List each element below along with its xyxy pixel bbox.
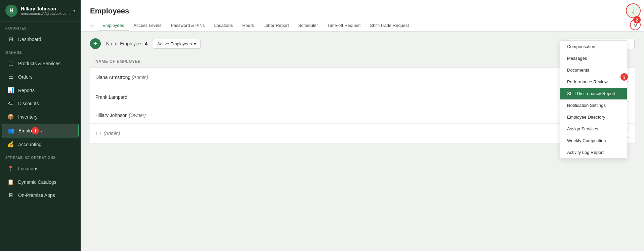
sidebar-item-label: Products & Services xyxy=(18,61,60,66)
reports-icon: 📊 xyxy=(7,87,14,93)
main-content: Employees ☆ EmployeesAccess LevelsPasswo… xyxy=(81,0,644,251)
tab-locations[interactable]: Locations xyxy=(210,20,238,31)
step2-circle-badge[interactable]: ⊙ xyxy=(630,19,641,30)
sidebar-item-label: Orders xyxy=(18,74,33,80)
employee-count-label: No. of Employee : 4 xyxy=(106,41,147,46)
dropdown-item-messages[interactable]: Messages xyxy=(560,52,627,64)
dropdown-item-notification-settings[interactable]: Notification Settings xyxy=(560,99,627,111)
dynamic-catalogs-icon: 📋 xyxy=(7,179,14,185)
sidebar-item-label: Accounting xyxy=(18,142,41,147)
tab-time-off-request[interactable]: Time-off Request xyxy=(323,20,365,31)
employee-role: (Admin) xyxy=(130,75,148,80)
name-column-header: NAME OF EMPLOYEE xyxy=(90,56,425,68)
user-chevron-icon: ▾ xyxy=(73,8,75,13)
sidebar-item-accounting[interactable]: 💰Accounting xyxy=(2,138,79,151)
favorite-star-icon[interactable]: ☆ xyxy=(90,23,94,29)
table-row: T T (Admin)Active▾ xyxy=(90,124,635,143)
content-toolbar: + No. of Employee : 4 Active Employees ▾ xyxy=(90,38,635,49)
dropdown-item-compensation[interactable]: Compensation xyxy=(560,41,627,52)
tab-hours[interactable]: Hours xyxy=(238,20,259,31)
dropdown-item-performance-review[interactable]: Performance Review xyxy=(560,76,627,88)
dropdown-item-activity-log-report[interactable]: Activity Log Report xyxy=(560,147,627,158)
sidebar-section-label: STREAMLINE OPERATIONS xyxy=(0,151,81,162)
tab-password-pins[interactable]: Password & PINs xyxy=(166,20,209,31)
sidebar-section-label: MANAGE xyxy=(0,46,81,56)
sidebar-item-products[interactable]: ◫Products & Services xyxy=(2,57,79,70)
sidebar-item-label: Dashboard xyxy=(18,37,41,42)
sidebar-item-label: Reports xyxy=(18,88,35,93)
table-row: Diana Armstrong (Admin)Active▾ xyxy=(90,68,635,87)
sidebar-item-label: Dynamic Catalogs xyxy=(18,179,56,185)
filter-label: Active Employees xyxy=(157,41,192,46)
discounts-icon: 🏷 xyxy=(7,100,14,107)
dropdown-chevron-icon: ▾ xyxy=(194,41,196,46)
step2-badge[interactable]: ↓ xyxy=(626,3,641,18)
sidebar-item-label: Discounts xyxy=(18,101,39,106)
page-header: Employees ☆ EmployeesAccess LevelsPasswo… xyxy=(81,0,644,32)
sidebar-item-label: On-Premise Apps xyxy=(18,193,55,198)
table-row: Frank LampardActive▾ xyxy=(90,87,635,107)
sidebar-item-reports[interactable]: 📊Reports xyxy=(2,84,79,97)
employees-icon: 👥 xyxy=(8,127,14,134)
dropdown-item-assign-services[interactable]: Assign Services xyxy=(560,123,627,135)
dropdown-item-employee-directory[interactable]: Employee Directory xyxy=(560,111,627,123)
employee-name: T T xyxy=(95,131,102,136)
sidebar-item-dynamic-catalogs[interactable]: 📋Dynamic Catalogs xyxy=(2,175,79,189)
table-row: Hillary Johnson (Owner) xyxy=(90,107,635,124)
employee-name: Hillary Johnson xyxy=(95,113,128,118)
top-right-controls: ↓ ⊙ xyxy=(626,3,641,30)
add-employee-button[interactable]: + xyxy=(90,38,101,49)
sidebar-item-orders[interactable]: ☰Orders xyxy=(2,70,79,83)
employee-filter-dropdown[interactable]: Active Employees ▾ xyxy=(153,39,201,49)
sidebar-item-dashboard[interactable]: ⊞Dashboard xyxy=(2,33,79,46)
employee-name: Diana Armstrong xyxy=(95,75,130,80)
sidebar: H Hillary Johnson aneconomist77@outlook.… xyxy=(0,0,81,251)
sidebar-item-inventory[interactable]: 📦Inventory xyxy=(2,110,79,123)
sidebar-item-discounts[interactable]: 🏷Discounts xyxy=(2,97,79,110)
user-info: Hillary Johnson aneconomist77@outlook.co… xyxy=(21,6,70,15)
employee-count-value: 4 xyxy=(145,41,147,46)
user-profile[interactable]: H Hillary Johnson aneconomist77@outlook.… xyxy=(0,0,81,22)
sidebar-item-locations[interactable]: 📍Locations xyxy=(2,162,79,175)
employee-role: (Admin) xyxy=(102,131,120,136)
tab-labor-report[interactable]: Labor Report xyxy=(259,20,294,31)
accounting-icon: 💰 xyxy=(7,141,14,148)
products-icon: ◫ xyxy=(7,60,14,67)
dashboard-icon: ⊞ xyxy=(7,36,14,42)
tab-scheduler[interactable]: Scheduler xyxy=(294,20,323,31)
sidebar-section-label: FAVORITES xyxy=(0,22,81,32)
locations-icon: 📍 xyxy=(7,165,14,172)
dropdown-item-shift-discrepancy-report[interactable]: Shift Discrepancy Report xyxy=(560,88,627,99)
dropdown-item-weekly-competition[interactable]: Weekly Competition xyxy=(560,135,627,147)
sidebar-item-label: Employees xyxy=(18,128,42,133)
orders-icon: ☰ xyxy=(7,74,14,80)
sidebar-item-employees[interactable]: 👥Employees xyxy=(2,124,79,137)
content-area: + No. of Employee : 4 Active Employees ▾… xyxy=(81,32,644,251)
sidebar-item-label: Inventory xyxy=(18,114,38,120)
employee-name: Frank Lampard xyxy=(95,94,127,100)
tab-employees[interactable]: Employees xyxy=(98,20,129,31)
user-name: Hillary Johnson xyxy=(21,6,70,11)
tab-shift-trade-request[interactable]: Shift-Trade Request xyxy=(365,20,414,31)
context-dropdown-menu: CompensationMessagesDocumentsPerformance… xyxy=(560,40,627,159)
avatar: H xyxy=(5,5,17,17)
tab-access-levels[interactable]: Access Levels xyxy=(129,20,166,31)
page-title: Employees xyxy=(90,7,635,15)
inventory-icon: 📦 xyxy=(7,114,14,120)
sidebar-item-on-premise-apps[interactable]: 🖥On-Premise Apps xyxy=(2,189,79,202)
user-email: aneconomist77@outlook.com xyxy=(21,11,70,15)
tabs-bar: ☆ EmployeesAccess LevelsPassword & PINsL… xyxy=(90,20,635,31)
sidebar-item-label: Locations xyxy=(18,166,38,171)
employee-role: (Owner) xyxy=(128,113,146,118)
dropdown-item-documents[interactable]: Documents xyxy=(560,64,627,76)
employee-table: NAME OF EMPLOYEE Diana Armstrong (Admin)… xyxy=(90,56,635,143)
on-premise-apps-icon: 🖥 xyxy=(7,192,14,198)
